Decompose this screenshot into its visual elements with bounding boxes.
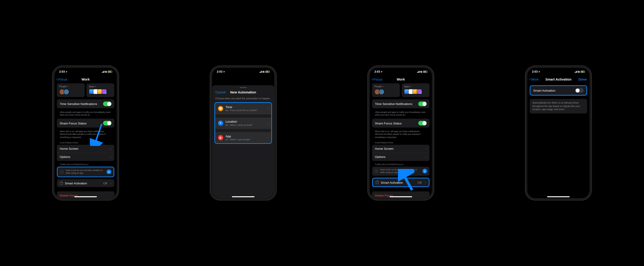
people-box[interactable]: People [372,83,400,97]
location-example: Ex. "When I arrive at Work" [226,123,265,126]
power-icon [60,181,63,185]
smart-description: Automatically turn Work on at relevant t… [532,101,584,111]
clock-icon: ⧖ [60,170,64,174]
location-label: Location [226,120,265,123]
chevron-right-icon: › [267,136,268,140]
add-button[interactable]: + [422,169,427,174]
battery-icon: ⚡ [266,71,270,73]
options-cell[interactable]: Options › [372,153,430,161]
add-automation-cell[interactable]: ⧖ Have it turn on at a set time, locatio… [57,167,114,177]
svg-line-0 [95,124,102,143]
smart-value: Off [103,181,107,185]
home-screen-cell[interactable]: Home Screen › [372,145,430,153]
tsn-label: Time Sensitive Notifications [375,102,412,106]
tsn-switch[interactable] [103,102,112,106]
chevron-right-icon: › [267,121,268,125]
chevron-right-icon: › [110,147,112,151]
chevron-left-icon: ‹ [56,77,58,82]
home-indicator[interactable] [232,196,254,197]
options-label: Options [60,155,70,159]
app-icons [404,89,427,94]
smart-label: Smart Activation [65,181,101,185]
smart-activation-toggle-cell[interactable]: Smart Activation [530,86,586,95]
options-label: Options [375,155,386,159]
smart-label: Smart Activation [533,89,556,92]
phone-smart-activation-toggle: 2:03➤ ⧉ ⚡ ‹Work Smart Activation Done Sm… [525,66,591,200]
back-label: Work [531,78,539,81]
customization-header: CUSTOMIZATION [372,141,430,145]
smart-activation-cell[interactable]: Smart Activation Off › [57,179,114,187]
home-label: Home Screen [60,147,78,151]
nav-bar: ‹Focus Work [54,75,117,83]
location-arrow-icon: ➤ [218,120,223,126]
home-indicator[interactable] [74,196,97,197]
auto-header: TURN ON AUTOMATICALLY [372,163,430,167]
nav-bar: ‹Work Smart Activation Done [528,75,590,83]
chevron-right-icon: › [425,181,426,184]
signal-icon [260,71,262,73]
battery-icon: ⚡ [580,71,585,73]
page-title: Work [397,78,405,81]
signal-icon [575,71,577,73]
notch [229,68,258,73]
home-indicator[interactable] [547,196,570,197]
tsn-footer: Allow people and apps to notify you imme… [372,110,430,119]
people-box[interactable]: People [57,83,85,97]
app-icon [417,89,422,94]
phone-focus-work: 2:03➤ ⧉ ⚡ ‹Focus Work People Apps [52,66,118,200]
nav-bar: ‹Focus Work [370,75,432,83]
location-option[interactable]: ➤ Location Ex. "When I arrive at Work" › [215,117,271,129]
share-switch[interactable] [418,121,426,126]
done-button[interactable]: Done [578,78,586,81]
wifi-icon: ⧉ [263,70,264,73]
auto-header: TURN ON AUTOMATICALLY [57,163,114,167]
location-icon: ➤ [381,70,383,73]
tsn-switch[interactable] [418,102,426,106]
automation-sheet: Cancel New Automation Choose when you wa… [212,85,274,198]
apps-box[interactable]: Apps [86,83,114,97]
time-option[interactable]: 🕐 Time Ex. "From 12:30 PM to 2:30PM" › [215,103,271,114]
people-label: People [59,85,82,88]
auto-text: Have it turn on at a set time, location … [66,169,105,175]
notch [387,68,415,73]
back-button[interactable]: ‹Work [529,77,539,82]
avatar [378,89,384,95]
back-button[interactable]: ‹Focus [56,77,67,82]
add-button[interactable]: + [107,170,112,174]
chevron-right-icon: › [110,181,112,185]
time-sensitive-cell[interactable]: Time Sensitive Notifications [372,99,430,108]
smart-switch[interactable] [575,88,584,93]
time-sensitive-cell[interactable]: Time Sensitive Notifications [57,99,114,108]
chevron-right-icon: › [426,147,427,151]
page-title: Work [82,78,90,81]
sheet-grabber[interactable] [240,87,246,88]
location-icon: ➤ [66,70,68,73]
automation-options-highlight: 🕐 Time Ex. "From 12:30 PM to 2:30PM" › ➤… [214,102,272,144]
options-cell[interactable]: Options › [57,153,114,161]
home-indicator[interactable] [390,196,412,197]
power-icon [376,181,379,184]
tsn-label: Time Sensitive Notifications [60,102,97,106]
battery-icon: ⚡ [108,71,112,73]
status-time: 2:03 [59,70,65,73]
battery-icon: ⚡ [423,71,427,73]
apps-label: Apps [404,85,427,88]
wifi-icon: ⧉ [420,70,422,73]
clock-icon: 🕐 [218,106,223,111]
cancel-button[interactable]: Cancel [215,90,226,94]
status-time: 2:03 [374,70,380,73]
annotation-arrow [90,122,106,146]
phone-smart-activation-highlight: 2:03➤ ⧉ ⚡ ‹Focus Work People Apps [368,66,434,200]
share-label: Share Focus Status [60,121,87,125]
share-status-cell[interactable]: Share Focus Status [372,119,430,128]
back-button[interactable]: ‹Focus [372,77,382,82]
avatars [374,89,398,95]
status-time: 2:03 [217,70,222,73]
svg-line-1 [402,173,412,190]
app-option[interactable]: ◧ App Ex. "When I open Books" › [215,132,271,143]
apps-box[interactable]: Apps [402,83,430,97]
signal-icon [102,71,104,73]
signal-icon [417,71,420,73]
chevron-left-icon: ‹ [372,77,373,82]
time-example: Ex. "From 12:30 PM to 2:30PM" [226,109,265,111]
